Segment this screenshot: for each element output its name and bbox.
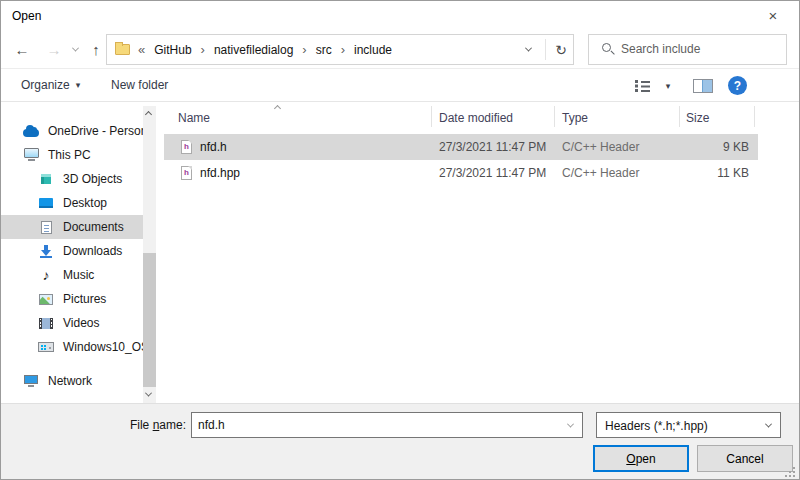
sidebar-item-pictures[interactable]: Pictures (1, 287, 143, 311)
scrollbar-thumb[interactable] (143, 253, 156, 387)
file-name-input[interactable] (198, 414, 548, 436)
titlebar: Open × (1, 1, 799, 31)
sidebar-item-downloads[interactable]: Downloads (1, 239, 143, 263)
open-button[interactable]: Open (593, 445, 689, 472)
sidebar-item-label: Desktop (63, 196, 107, 210)
cancel-button-label: Cancel (726, 452, 763, 466)
new-folder-button[interactable]: New folder (111, 69, 168, 101)
address-bar-divider (545, 39, 546, 60)
chevron-right-icon: › (302, 42, 306, 57)
sidebar-item-3d-objects[interactable]: 3D Objects (1, 167, 143, 191)
file-row-nfd-h[interactable]: h nfd.h 27/3/2021 11:47 PM C/C++ Header … (164, 134, 758, 160)
picture-icon (38, 294, 54, 305)
dialog-body: OneDrive - Person This PC 3D Objects Des… (1, 102, 799, 403)
file-size: 9 KB (644, 140, 749, 154)
sidebar-item-windows10-os[interactable]: Windows10_OS (C: (1, 335, 143, 359)
search-input[interactable] (621, 36, 781, 62)
column-header-name[interactable]: Name (178, 111, 210, 125)
sidebar-item-label: Windows10_OS (C: (63, 340, 143, 354)
scroll-down-icon[interactable] (145, 390, 152, 397)
recent-locations-button[interactable] (67, 31, 83, 68)
close-button[interactable]: × (755, 3, 791, 27)
sidebar-item-label: OneDrive - Person (48, 124, 143, 138)
breadcrumb-item-src[interactable]: src (316, 43, 332, 57)
file-name: nfd.h (200, 140, 227, 154)
column-divider[interactable] (754, 106, 755, 127)
chevron-right-icon: › (341, 42, 345, 57)
dialog-footer: File name: Headers (*.h;*.hpp) Open Canc… (1, 403, 799, 480)
refresh-button[interactable]: ↻ (548, 35, 574, 64)
sidebar-item-label: Pictures (63, 292, 106, 306)
open-button-label: Open (626, 452, 655, 466)
file-row-nfd-hpp[interactable]: h nfd.hpp 27/3/2021 11:47 PM C/C++ Heade… (164, 160, 758, 186)
header-file-icon: h (181, 140, 192, 154)
file-size: 11 KB (644, 166, 749, 180)
file-type-select[interactable]: Headers (*.h;*.hpp) (596, 412, 781, 438)
music-note-icon: ♪ (38, 268, 54, 282)
navigation-pane: OneDrive - Person This PC 3D Objects Des… (1, 102, 161, 403)
scroll-up-icon[interactable] (145, 111, 152, 118)
preview-pane-button[interactable] (693, 79, 713, 93)
file-date-modified: 27/3/2021 11:47 PM (439, 166, 546, 180)
drive-icon (38, 342, 54, 352)
organize-button[interactable]: Organize ▾ (21, 69, 80, 101)
column-divider[interactable] (679, 106, 680, 127)
sidebar-item-label: Network (48, 374, 92, 388)
address-dropdown-button[interactable] (525, 45, 532, 52)
breadcrumb-item-include[interactable]: include (354, 43, 392, 57)
chevron-down-icon (71, 45, 78, 52)
column-divider[interactable] (554, 106, 555, 127)
breadcrumb-item-github[interactable]: GitHub (154, 43, 191, 57)
details-view-button[interactable] (635, 79, 650, 92)
sidebar-item-network[interactable]: Network (1, 369, 143, 393)
sidebar-item-label: Music (63, 268, 94, 282)
close-icon: × (769, 7, 778, 24)
cancel-button[interactable]: Cancel (697, 445, 793, 472)
chevron-down-icon[interactable] (567, 421, 574, 428)
search-box (588, 34, 787, 65)
sidebar-item-label: Downloads (63, 244, 122, 258)
sidebar-item-videos[interactable]: Videos (1, 311, 143, 335)
organize-label: Organize (21, 78, 70, 92)
sidebar-item-onedrive[interactable]: OneDrive - Person (1, 119, 143, 143)
file-type-value: Headers (*.h;*.hpp) (605, 419, 708, 433)
sidebar-item-music[interactable]: ♪ Music (1, 263, 143, 287)
3d-cube-icon (38, 174, 54, 184)
breadcrumb-overflow-icon[interactable]: « (138, 42, 145, 57)
sidebar-item-desktop[interactable]: Desktop (1, 191, 143, 215)
search-icon (602, 43, 611, 52)
chevron-down-icon: ▾ (666, 81, 671, 91)
back-button[interactable]: ← (9, 31, 35, 68)
column-header-date-modified[interactable]: Date modified (439, 111, 513, 125)
breadcrumb-item-nativefiledialog[interactable]: nativefiledialog (214, 43, 293, 57)
column-header-type[interactable]: Type (562, 111, 588, 125)
forward-button[interactable]: → (41, 31, 67, 68)
back-arrow-icon: ← (15, 41, 30, 58)
address-bar[interactable]: « GitHub › nativefiledialog › src › incl… (106, 34, 574, 65)
file-name-label: File name: (1, 418, 186, 432)
sidebar-item-documents[interactable]: Documents (1, 215, 143, 239)
file-date-modified: 27/3/2021 11:47 PM (439, 140, 546, 154)
film-icon (38, 318, 54, 329)
sidebar-scrollbar[interactable] (143, 106, 156, 403)
help-icon: ? (734, 79, 741, 93)
views-dropdown-button[interactable]: ▾ (659, 76, 677, 96)
sidebar-item-label: Documents (63, 220, 124, 234)
sidebar-item-this-pc[interactable]: This PC (1, 143, 143, 167)
file-list: Name Date modified Type Size h nfd.h 27/… (161, 102, 799, 403)
column-divider[interactable] (431, 106, 432, 127)
resize-grip[interactable] (785, 467, 796, 478)
onedrive-cloud-icon (23, 125, 39, 137)
chevron-down-icon (765, 421, 772, 428)
computer-icon (23, 148, 39, 162)
network-icon (23, 375, 39, 388)
help-button[interactable]: ? (728, 76, 747, 95)
file-name-combobox (191, 412, 583, 438)
open-file-dialog: Open × ← → ↑ « GitHub › nativefiledialog… (0, 0, 800, 480)
chevron-right-icon: › (201, 42, 205, 57)
column-header-size[interactable]: Size (686, 111, 709, 125)
file-type: C/C++ Header (562, 140, 639, 154)
sidebar-item-label: This PC (48, 148, 91, 162)
document-icon (38, 221, 54, 234)
header-file-icon: h (181, 166, 192, 180)
